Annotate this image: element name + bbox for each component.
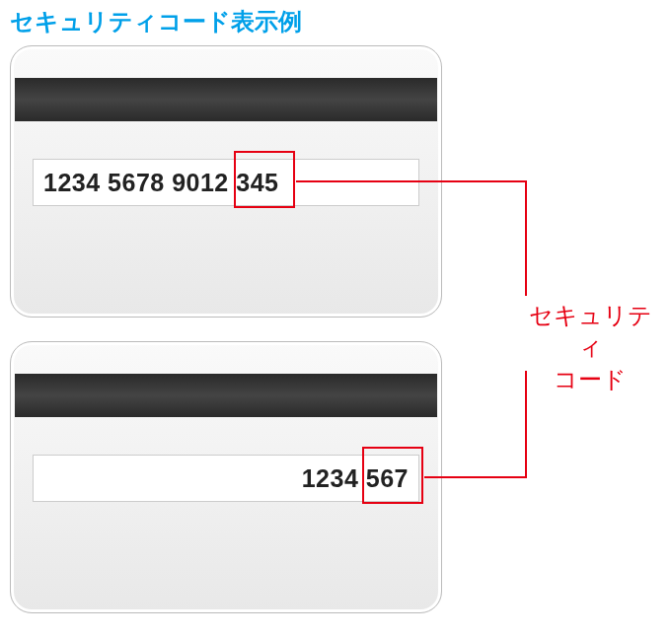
magnetic-stripe xyxy=(15,374,437,417)
callout-line: コード xyxy=(554,366,627,392)
security-code-group: 567 xyxy=(366,464,409,492)
page-title: セキュリティコード表示例 xyxy=(0,0,672,37)
number-group: 9012 xyxy=(172,169,229,196)
callout-line: セキュリティ xyxy=(529,302,652,360)
credit-card-back-example-2: 1234 567 xyxy=(10,341,442,613)
number-group: 1234 xyxy=(43,169,101,196)
security-code-callout-label: セキュリティ コード xyxy=(521,300,659,395)
panel-numbers: 1234 567 xyxy=(302,464,409,493)
signature-panel: 1234 5678 9012 345 xyxy=(33,159,419,206)
number-group: 1234 xyxy=(302,464,359,492)
credit-card-back-example-1: 1234 5678 9012 345 xyxy=(10,45,442,318)
panel-numbers: 1234 5678 9012 345 xyxy=(43,169,278,197)
cards-area: 1234 5678 9012 345 1234 567 xyxy=(10,45,442,637)
number-group: 5678 xyxy=(108,169,165,196)
security-code-group: 345 xyxy=(236,169,278,196)
signature-panel: 1234 567 xyxy=(33,455,419,502)
magnetic-stripe xyxy=(15,78,437,121)
